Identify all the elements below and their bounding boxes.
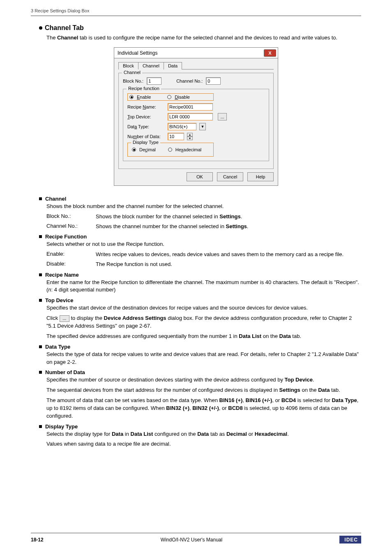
help-button[interactable]: Help: [247, 172, 274, 181]
recipe-function-defs: Enable: Writes recipe values to devices,…: [46, 251, 361, 268]
txt: The: [46, 35, 57, 41]
txt: in: [123, 431, 130, 437]
enable-disable-row: EEnablenable DDisableisable: [127, 93, 214, 101]
top-device-input[interactable]: LDR 0000: [168, 113, 213, 120]
txt: , or: [219, 405, 228, 411]
block-no-label: Block No.:: [123, 79, 143, 83]
tab-data[interactable]: Data: [164, 62, 182, 69]
page-number: 18-12: [31, 537, 44, 543]
square-bullet-icon: [39, 197, 42, 200]
enable-label: EEnablenable: [137, 95, 151, 99]
txt: Data: [318, 387, 330, 393]
txt: is selected for: [296, 397, 332, 403]
def-val: Shows the channel number for the channel…: [96, 223, 361, 230]
radio-disable[interactable]: [167, 95, 171, 99]
number-of-data-label: Number of Data:Number of Data:: [127, 134, 164, 139]
channel-section-title: Channel: [45, 196, 66, 202]
number-of-data-p3: The amount of data that can be set varie…: [46, 397, 361, 420]
data-type-select[interactable]: BIN16(+): [168, 123, 196, 130]
display-type-title: Display Type: [45, 423, 78, 430]
square-bullet-icon: [39, 235, 42, 238]
txt: on the: [261, 333, 279, 339]
footer-center: WindO/I-NV2 User's Manual: [161, 537, 222, 543]
def-term: Block No.:: [46, 213, 96, 220]
dialog-titlebar: Individual Settings X: [114, 47, 278, 58]
recipe-name-input[interactable]: Recipe0001: [168, 103, 213, 111]
txt: Click: [46, 315, 60, 321]
display-type-heading: Display Type: [39, 423, 361, 430]
txt: Data: [112, 431, 123, 437]
txt: tab.: [330, 387, 340, 393]
txt: on the: [300, 387, 318, 393]
recipe-function-group-label: Recipe function: [127, 86, 161, 91]
dialog-buttons: OK Cancel Help: [118, 172, 274, 181]
def-row: Enable: Writes recipe values to devices,…: [46, 251, 361, 258]
cancel-button[interactable]: Cancel: [217, 172, 243, 181]
number-of-data-heading: Number of Data: [39, 369, 361, 375]
tab-block[interactable]: Block: [118, 62, 138, 69]
square-bullet-icon: [39, 371, 42, 374]
number-of-data-input[interactable]: 10: [168, 133, 184, 140]
txt: .: [313, 377, 314, 383]
channel-section-heading: Channel: [39, 196, 361, 202]
txt: Decimal: [226, 431, 247, 437]
top-device-heading: Top Device: [39, 297, 361, 303]
radio-hex[interactable]: [168, 148, 172, 152]
chevron-down-icon[interactable]: ▼: [199, 123, 206, 130]
txt: BIN16 (+/-): [246, 397, 272, 403]
bullet-dot: [39, 26, 42, 30]
radio-decimal[interactable]: [132, 148, 136, 152]
page-header: 3 Recipe Settings Dialog Box: [31, 8, 361, 16]
recipe-name-title: Recipe Name: [45, 272, 79, 278]
data-type-label: Data Type:Data Type:: [127, 124, 164, 129]
txt: The sequential devices from the start ad…: [46, 387, 279, 393]
data-type-row: Data Type:Data Type: BIN16(+) ▼: [127, 123, 265, 130]
ok-button[interactable]: OK: [187, 172, 213, 181]
txt: BIN32 (+): [166, 405, 189, 411]
channel-group: Channel Block No.: 1 Channel No.: 0 Reci…: [118, 73, 274, 169]
def-term: Enable:: [46, 251, 96, 258]
browse-button[interactable]: ...: [218, 113, 227, 120]
txt: .: [241, 213, 242, 220]
txt: tab.: [291, 333, 301, 339]
txt: n: [48, 287, 51, 293]
spinner-down-icon[interactable]: ▼: [187, 136, 193, 140]
top-device-row: Top Device:Top Device: LDR 0000 ...: [127, 113, 265, 120]
channel-tab-title: Channel Tab: [45, 24, 84, 32]
dialog-screenshot: Individual Settings X Block Channel Data…: [114, 47, 278, 186]
dialog-tabs: Block Channel Data: [118, 62, 274, 69]
channel-tab-title-text: Channel Tab: [45, 24, 84, 31]
txt: configured on the: [153, 431, 197, 437]
txt: BCD8: [228, 405, 242, 411]
txt: Data Type: [332, 397, 357, 403]
hex-label: HexadecimalHexadecimal: [175, 147, 202, 152]
radio-enable[interactable]: [129, 95, 134, 99]
ellipsis-icon: ...: [60, 315, 69, 322]
channel-tab-desc: The Channel tab is used to configure the…: [46, 34, 361, 42]
display-type-p2: Values when saving data to a recipe file…: [46, 440, 361, 448]
top-device-desc: Specifies the start device of the destin…: [46, 304, 361, 312]
txt: Data: [279, 333, 291, 339]
close-icon[interactable]: X: [264, 49, 276, 57]
txt: .: [247, 223, 249, 229]
def-val: The Recipe function is not used.: [96, 261, 361, 268]
txt: Top Device: [285, 377, 313, 383]
spinner[interactable]: ▲ ▼: [187, 133, 193, 140]
txt: Channel: [57, 35, 78, 41]
def-row: Disable: The Recipe function is not used…: [46, 261, 361, 268]
recipe-function-title: Recipe Function: [45, 234, 87, 240]
dialog-title-text: Individual Settings: [118, 50, 157, 56]
square-bullet-icon: [39, 345, 42, 348]
recipe-name-row: Recipe Name:Recipe Name: Recipe0001: [127, 103, 265, 111]
decimal-label: DecimalDecimal: [139, 147, 156, 152]
txt: .: [287, 431, 289, 437]
display-type-row: DecimalDecimal HexadecimalHexadecimal: [132, 147, 209, 152]
def-val: Shows the block number for the channel s…: [96, 213, 361, 220]
square-bullet-icon: [39, 273, 42, 276]
number-of-data-row: Number of Data:Number of Data: 10 ▲ ▼: [127, 133, 265, 140]
txt: tab is used to configure the recipe name…: [78, 35, 337, 41]
spinner-up-icon[interactable]: ▲: [187, 133, 193, 136]
channel-defs: Block No.: Shows the block number for th…: [46, 213, 361, 230]
data-type-heading: Data Type: [39, 344, 361, 350]
tab-channel[interactable]: Channel: [138, 62, 164, 69]
